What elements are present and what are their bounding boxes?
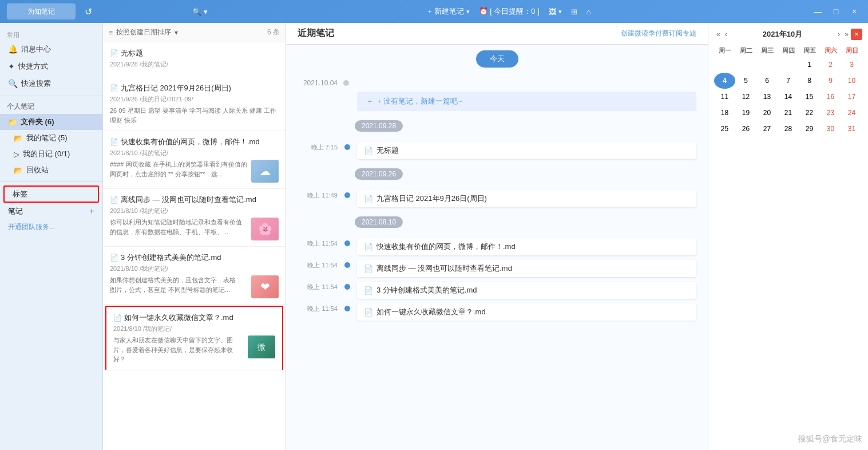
calendar-next-next-button[interactable]: »	[842, 29, 851, 40]
sidebar-team-service[interactable]: 开通团队服务...	[0, 219, 102, 235]
reminder-button[interactable]: ⏰ [ 今日提醒：0 ]	[479, 6, 540, 17]
calendar-close-button[interactable]: ×	[851, 29, 862, 40]
sidebar-item-shortcuts[interactable]: ✦ 快捷方式	[0, 58, 102, 75]
timeline-dot	[344, 306, 350, 311]
cal-day-29[interactable]: 29	[799, 121, 820, 137]
timeline-note-jiugongge[interactable]: 📄 九宫格日记 2021年9月26日(周日)	[357, 190, 696, 207]
cal-day-10[interactable]: 10	[841, 73, 862, 89]
subscribe-link[interactable]: 创建微读季付费订阅专题	[621, 29, 696, 38]
sidebar: 常用 🔔 消息中心 ✦ 快捷方式 🔍 快速搜索 个人笔记 📁 文件夹 (6) 📂…	[0, 23, 103, 450]
app-logo: 为知笔记	[7, 3, 76, 19]
calendar-prev-prev-button[interactable]: «	[714, 29, 723, 40]
bell-icon: 🔔	[8, 45, 18, 54]
note-thumb-3: ☁	[251, 160, 279, 183]
note-meta-2: 2021/9/26 /我的日记/2021-09/	[110, 95, 279, 104]
cal-day-15[interactable]: 15	[799, 89, 820, 105]
cal-day-28[interactable]: 28	[778, 121, 799, 137]
doc-icon: 📄	[364, 147, 373, 155]
cal-day-17[interactable]: 17	[841, 89, 862, 105]
note-list: ≡ 按照创建日期排序 ▾ 6 条 📄 无标题 2021/9/28 /我的笔记/ …	[103, 23, 286, 450]
search-button[interactable]: 🔍 ▾	[192, 7, 208, 16]
timeline-row-0926-1: 晚上 11:49 📄 九宫格日记 2021年9月26日(周日)	[298, 190, 696, 207]
folder-icon: 📂	[14, 134, 23, 143]
timeline-note-untitled[interactable]: 📄 无标题	[357, 142, 696, 159]
cal-day-9[interactable]: 9	[820, 73, 841, 89]
timeline-note-offline[interactable]: 📄 离线同步 — 没网也可以随时查看笔记.md	[357, 260, 696, 277]
note-item-4[interactable]: 📄 离线同步 — 没网也可以随时查看笔记.md 2021/8/10 /我的笔记/…	[103, 189, 286, 247]
calendar-next-button[interactable]: ›	[835, 29, 842, 40]
cal-day-2[interactable]: 2	[820, 57, 841, 73]
cal-day-5[interactable]: 5	[735, 73, 756, 89]
cal-day-18[interactable]: 18	[714, 105, 735, 121]
note-item-2[interactable]: 📄 九宫格日记 2021年9月26日(周日) 2021/9/26 /我的日记/2…	[103, 77, 286, 131]
sidebar-folder-notes[interactable]: 📂 我的笔记 (5)	[0, 130, 102, 146]
note-item-1[interactable]: 📄 无标题 2021/9/28 /我的笔记/	[103, 42, 286, 77]
cal-day-7[interactable]: 7	[778, 73, 799, 89]
main-header: 近期笔记 创建微读季付费订阅专题	[286, 23, 708, 45]
search-label: ▾	[204, 7, 208, 16]
cal-day-empty	[714, 57, 735, 73]
maximize-button[interactable]: □	[829, 5, 843, 18]
timeline-time: 晚上 11:49	[298, 190, 338, 200]
add-notebook-button[interactable]: +	[89, 206, 94, 216]
cal-day-19[interactable]: 19	[735, 105, 756, 121]
timeline-empty-card[interactable]: ＋ + 没有笔记，新建一篇吧~	[357, 92, 696, 111]
cal-day-12[interactable]: 12	[735, 89, 756, 105]
timeline-row-0810-2: 晚上 11:54 📄 离线同步 — 没网也可以随时查看笔记.md	[298, 260, 696, 277]
new-note-button[interactable]: + 新建笔记 ▾	[427, 6, 469, 17]
cal-day-26[interactable]: 26	[735, 121, 756, 137]
weekday-fri: 周五	[799, 45, 820, 57]
cal-day-8[interactable]: 8	[799, 73, 820, 89]
sidebar-folder-diary[interactable]: ▷ 我的日记 (0/1)	[0, 146, 102, 162]
sidebar-folder-root[interactable]: 📁 文件夹 (6)	[0, 114, 102, 130]
cal-day-3[interactable]: 3	[841, 57, 862, 73]
minimize-button[interactable]: —	[811, 5, 825, 18]
note-preview-2: 26 09 星期日 愿望 要事清单 学习与阅读 人际关系 健康 工作 理财 快乐	[110, 106, 279, 125]
note-meta-4: 2021/8/10 /我的笔记/	[110, 207, 279, 215]
cal-day-4[interactable]: 4	[714, 73, 735, 89]
timeline-note-3min[interactable]: 📄 3 分钟创建格式美美的笔记.md	[357, 282, 696, 299]
refresh-button[interactable]: ↺	[81, 5, 95, 18]
note-thumb-5: ❤	[251, 275, 279, 298]
timeline-today: 今天	[298, 50, 696, 68]
cal-day-27[interactable]: 27	[756, 121, 778, 137]
cal-day-1[interactable]: 1	[799, 57, 820, 73]
cal-day-31[interactable]: 31	[841, 121, 862, 137]
calendar-title: 2021年10月	[730, 29, 836, 40]
note-meta-1: 2021/9/28 /我的笔记/	[110, 60, 279, 69]
close-button[interactable]: ×	[847, 5, 861, 18]
doc-icon: 📄	[113, 314, 122, 322]
cal-day-21[interactable]: 21	[778, 105, 799, 121]
star-icon: ✦	[8, 62, 15, 71]
cal-day-16[interactable]: 16	[820, 89, 841, 105]
cal-day-22[interactable]: 22	[799, 105, 820, 121]
note-item-3[interactable]: 📄 快速收集有价值的网页，微博，邮件！.md 2021/8/10 /我的笔记/ …	[103, 131, 286, 189]
note-item-6[interactable]: 📄 如何一键永久收藏微信文章？.md 2021/8/10 /我的笔记/ 与家人和…	[105, 306, 283, 370]
search-icon: 🔍	[192, 7, 201, 16]
timeline-note-wechat[interactable]: 📄 如何一键永久收藏微信文章？.md	[357, 303, 696, 321]
sort-label[interactable]: 按照创建日期排序	[116, 27, 171, 37]
cal-day-empty	[778, 57, 799, 73]
cal-day-6[interactable]: 6	[756, 73, 778, 89]
sidebar-item-search[interactable]: 🔍 快速搜索	[0, 75, 102, 92]
cal-day-23[interactable]: 23	[820, 105, 841, 121]
cal-day-25[interactable]: 25	[714, 121, 735, 137]
sidebar-folder-recycle[interactable]: 📂 回收站	[0, 162, 102, 178]
cal-day-14[interactable]: 14	[778, 89, 799, 105]
calendar-prev-button[interactable]: ‹	[723, 29, 730, 40]
cal-day-13[interactable]: 13	[756, 89, 778, 105]
timeline-note-collect[interactable]: 📄 快速收集有价值的网页，微博，邮件！.md	[357, 238, 696, 255]
cal-day-11[interactable]: 11	[714, 89, 735, 105]
cal-day-24[interactable]: 24	[841, 105, 862, 121]
note-item-5[interactable]: 📄 3 分钟创建格式美美的笔记.md 2021/8/10 /我的笔记/ 如果你想…	[103, 247, 286, 305]
grid-view-button[interactable]: ⊞	[571, 7, 577, 16]
cal-day-30[interactable]: 30	[820, 121, 841, 137]
image-button[interactable]: 🖼 ▾	[549, 7, 562, 16]
cal-day-20[interactable]: 20	[756, 105, 778, 121]
note-title-4: 📄 离线同步 — 没网也可以随时查看笔记.md	[110, 195, 279, 205]
note-title-1: 📄 无标题	[110, 48, 279, 58]
sidebar-item-messages[interactable]: 🔔 消息中心	[0, 41, 102, 58]
home-button[interactable]: ⌂	[586, 7, 591, 16]
today-button[interactable]: 今天	[476, 50, 518, 68]
date-badge-0810: 2021.08.10	[355, 216, 403, 228]
